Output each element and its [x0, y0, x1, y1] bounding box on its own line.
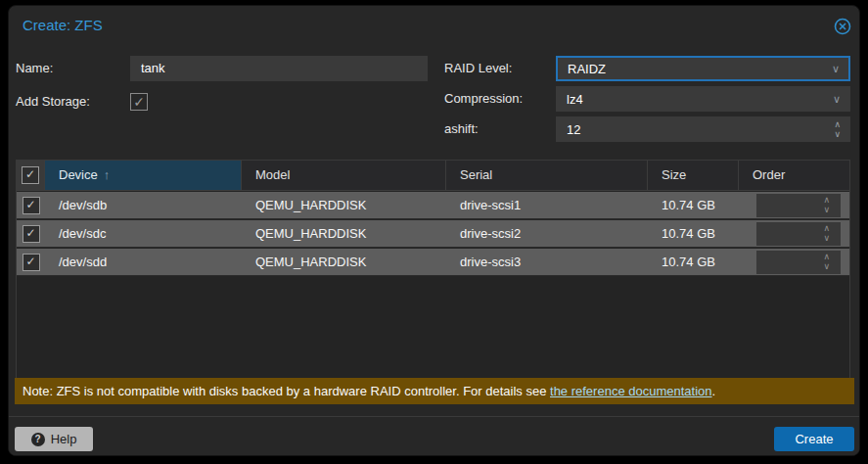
cell-serial: drive-scsi3	[446, 249, 648, 276]
spinner-up-icon[interactable]: ∧	[823, 195, 830, 205]
ashift-label: ashift:	[444, 116, 479, 142]
compression-select[interactable]: lz4 ∨	[556, 86, 850, 112]
raid-level-value: RAIDZ	[568, 62, 606, 76]
row-checkbox[interactable]: ✓	[17, 192, 45, 219]
check-icon: ✓	[23, 197, 40, 214]
ashift-value: 12	[567, 122, 580, 137]
name-input[interactable]	[130, 56, 428, 81]
column-header-size[interactable]: Size	[648, 161, 739, 191]
order-spinner[interactable]: ∧ ∨	[756, 251, 841, 274]
disk-table: ✓ Device↑ Model Serial Size Order ✓ /dev…	[16, 160, 850, 379]
help-button[interactable]: ? Help	[15, 427, 93, 451]
table-row[interactable]: ✓ /dev/sdb QEMU_HARDDISK drive-scsi1 10.…	[17, 192, 849, 219]
spinner-down-icon[interactable]: ∨	[834, 129, 841, 139]
raid-level-select[interactable]: RAIDZ ∨	[556, 56, 850, 81]
sort-asc-icon: ↑	[104, 167, 111, 182]
check-icon: ✓	[22, 166, 39, 184]
spinner-up-icon[interactable]: ∧	[834, 119, 841, 129]
spinner-up-icon[interactable]: ∧	[823, 223, 830, 233]
column-header-serial[interactable]: Serial	[446, 161, 648, 191]
dialog-footer: ? Help Create	[9, 416, 859, 455]
table-row[interactable]: ✓ /dev/sdc QEMU_HARDDISK drive-scsi2 10.…	[17, 220, 849, 248]
create-button[interactable]: Create	[774, 427, 854, 451]
column-header-model[interactable]: Model	[242, 161, 446, 191]
cell-device: /dev/sdb	[45, 192, 242, 219]
row-checkbox[interactable]: ✓	[17, 220, 45, 248]
add-storage-label: Add Storage:	[16, 89, 90, 115]
name-label: Name:	[16, 56, 53, 81]
chevron-down-icon[interactable]: ∨	[832, 58, 840, 79]
table-row[interactable]: ✓ /dev/sdd QEMU_HARDDISK drive-scsi3 10.…	[17, 249, 849, 276]
compression-label: Compression:	[444, 86, 523, 112]
raid-level-label: RAID Level:	[444, 56, 512, 81]
check-icon: ✓	[23, 254, 40, 271]
cell-model: QEMU_HARDDISK	[242, 249, 446, 276]
dialog-title: Create: ZFS	[23, 17, 103, 33]
compression-value: lz4	[567, 92, 583, 107]
select-all-checkbox[interactable]: ✓	[17, 161, 45, 191]
spinner-up-icon[interactable]: ∧	[823, 252, 830, 261]
add-storage-checkbox[interactable]: ✓	[130, 93, 148, 111]
order-spinner[interactable]: ∧ ∨	[756, 194, 841, 217]
column-header-device[interactable]: Device↑	[45, 161, 242, 191]
order-spinner[interactable]: ∧ ∨	[756, 222, 841, 246]
reference-documentation-link[interactable]: the reference documentation	[550, 384, 712, 398]
cell-model: QEMU_HARDDISK	[242, 220, 446, 248]
cell-size: 10.74 GB	[648, 249, 739, 276]
close-icon[interactable]	[834, 18, 851, 35]
check-icon: ✓	[23, 225, 40, 243]
row-checkbox[interactable]: ✓	[17, 249, 45, 276]
cell-device: /dev/sdd	[45, 249, 242, 276]
create-zfs-dialog: Create: ZFS Name: Add Storage: ✓ RAID Le…	[8, 5, 860, 456]
help-icon: ?	[31, 433, 45, 446]
zfs-note: Note: ZFS is not compatible with disks b…	[15, 378, 854, 404]
chevron-down-icon[interactable]: ∨	[833, 87, 841, 111]
cell-model: QEMU_HARDDISK	[242, 192, 446, 219]
cell-device: /dev/sdc	[45, 220, 242, 248]
spinner-down-icon[interactable]: ∨	[823, 233, 830, 243]
check-icon: ✓	[133, 94, 145, 110]
cell-size: 10.74 GB	[648, 220, 739, 248]
ashift-spinner[interactable]: 12 ∧ ∨	[556, 116, 850, 142]
cell-serial: drive-scsi1	[446, 192, 648, 219]
spinner-down-icon[interactable]: ∨	[823, 205, 830, 214]
spinner-down-icon[interactable]: ∨	[823, 261, 830, 271]
cell-serial: drive-scsi2	[446, 220, 648, 248]
cell-size: 10.74 GB	[648, 192, 739, 219]
column-header-order[interactable]: Order	[739, 161, 849, 191]
